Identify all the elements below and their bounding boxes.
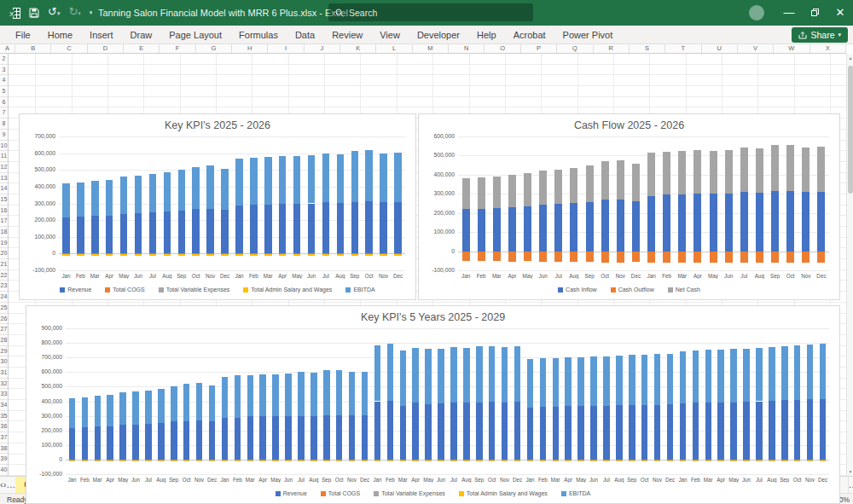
- restore-button[interactable]: [802, 0, 827, 26]
- column-header[interactable]: R: [594, 44, 630, 53]
- row-header[interactable]: 9: [0, 130, 8, 141]
- ribbon-tab-developer[interactable]: Developer: [409, 26, 468, 44]
- row-header[interactable]: 10: [0, 141, 8, 152]
- row-header[interactable]: 19: [0, 238, 8, 249]
- row-header[interactable]: 2: [0, 54, 8, 65]
- column-header[interactable]: D: [88, 44, 124, 53]
- row-header[interactable]: 23: [0, 281, 8, 292]
- row-header[interactable]: 39: [0, 454, 8, 465]
- row-header[interactable]: 7: [0, 107, 8, 119]
- row-header[interactable]: 37: [0, 432, 8, 443]
- search-input[interactable]: Search: [328, 3, 533, 21]
- row-header[interactable]: 26: [0, 314, 8, 325]
- column-header[interactable]: F: [160, 44, 195, 53]
- ribbon-tab-formulas[interactable]: Formulas: [230, 26, 287, 44]
- row-header[interactable]: 14: [0, 183, 8, 194]
- row-header[interactable]: 3: [0, 65, 8, 76]
- redo-icon[interactable]: ↻▾: [68, 0, 80, 26]
- customize-toolbar-icon[interactable]: ▾: [90, 0, 93, 26]
- ribbon-tab-review[interactable]: Review: [323, 26, 371, 44]
- ribbon-tab-acrobat[interactable]: Acrobat: [505, 26, 554, 44]
- row-header[interactable]: 16: [0, 206, 8, 217]
- ribbon-tab-view[interactable]: View: [371, 26, 409, 44]
- ribbon-tab-data[interactable]: Data: [287, 26, 323, 44]
- row-header[interactable]: 18: [0, 227, 8, 238]
- row-header[interactable]: 30: [0, 356, 8, 368]
- vertical-scrollbar-thumb[interactable]: [848, 66, 853, 194]
- row-header[interactable]: 22: [0, 270, 8, 281]
- row-header[interactable]: 4: [0, 75, 8, 86]
- account-avatar[interactable]: [749, 5, 764, 20]
- row-header[interactable]: 27: [0, 324, 8, 335]
- ribbon-tab-power-pivot[interactable]: Power Pivot: [554, 26, 622, 44]
- column-header[interactable]: T: [665, 44, 701, 53]
- row-header[interactable]: 20: [0, 248, 8, 259]
- legend-marker: [321, 491, 326, 496]
- scroll-down-icon[interactable]: ▼: [847, 469, 853, 474]
- tab-list-more-icon[interactable]: …: [6, 477, 15, 493]
- column-header[interactable]: H: [232, 44, 268, 53]
- column-header[interactable]: B: [15, 44, 51, 53]
- row-header[interactable]: 12: [0, 162, 8, 173]
- column-header[interactable]: I: [268, 44, 304, 53]
- row-header[interactable]: 34: [0, 400, 8, 411]
- row-header[interactable]: 17: [0, 216, 8, 227]
- column-header[interactable]: S: [630, 44, 665, 53]
- ribbon-tab-help[interactable]: Help: [468, 26, 505, 44]
- column-header[interactable]: K: [340, 44, 376, 53]
- row-header[interactable]: 28: [0, 335, 8, 346]
- chart-key-kpis-5-years-2025-2029[interactable]: Key KPI's 5 Years 2025 - 2029900,000800,…: [26, 305, 840, 504]
- column-header[interactable]: A: [0, 44, 15, 53]
- ribbon-tab-home[interactable]: Home: [39, 26, 81, 44]
- column-header[interactable]: L: [376, 44, 412, 53]
- row-header[interactable]: 11: [0, 151, 8, 162]
- save-icon[interactable]: [29, 8, 39, 18]
- minimize-button[interactable]: —: [776, 0, 802, 26]
- column-header[interactable]: C: [51, 44, 87, 53]
- vertical-scrollbar[interactable]: ▲ ▼: [846, 54, 853, 476]
- column-header[interactable]: O: [485, 44, 520, 53]
- column-header[interactable]: V: [738, 44, 774, 53]
- row-header[interactable]: 38: [0, 443, 8, 455]
- column-header[interactable]: M: [413, 44, 449, 53]
- row-header[interactable]: 31: [0, 368, 8, 379]
- row-header[interactable]: 40: [0, 465, 8, 476]
- row-header[interactable]: 6: [0, 97, 8, 108]
- row-header[interactable]: 24: [0, 292, 8, 303]
- row-header[interactable]: 5: [0, 86, 8, 97]
- row-header[interactable]: 21: [0, 259, 8, 270]
- chart-key-kpis-2025-2026[interactable]: Key KPI's 2025 - 2026700,000600,000500,0…: [19, 113, 416, 300]
- row-header[interactable]: 33: [0, 389, 8, 400]
- row-header[interactable]: 13: [0, 173, 8, 184]
- column-header[interactable]: Q: [557, 44, 593, 53]
- worksheet-grid[interactable]: 2345678910111213141516171819202122232425…: [0, 54, 846, 476]
- column-header[interactable]: G: [196, 44, 232, 53]
- column-header[interactable]: X: [810, 44, 846, 53]
- ribbon-tab-insert[interactable]: Insert: [81, 26, 122, 44]
- column-header[interactable]: E: [124, 44, 160, 53]
- excel-app-icon[interactable]: X: [9, 8, 20, 19]
- ribbon-tab-draw[interactable]: Draw: [122, 26, 161, 44]
- x-axis-label: Jun: [130, 477, 142, 483]
- ribbon-tab-page-layout[interactable]: Page Layout: [160, 26, 230, 44]
- sheet-more-icon[interactable]: …: [849, 477, 853, 493]
- scroll-up-icon[interactable]: ▲: [847, 55, 853, 61]
- undo-icon[interactable]: ↺▾: [48, 0, 60, 26]
- row-header[interactable]: 36: [0, 421, 8, 432]
- close-button[interactable]: ✕: [827, 0, 853, 26]
- ribbon-tab-file[interactable]: File: [7, 26, 39, 44]
- share-button[interactable]: Share ▾: [792, 27, 848, 43]
- chart-gridline: [66, 402, 829, 403]
- row-header[interactable]: 29: [0, 346, 8, 357]
- column-header[interactable]: P: [521, 44, 557, 53]
- column-header[interactable]: N: [449, 44, 485, 53]
- column-header[interactable]: J: [305, 44, 340, 53]
- row-header[interactable]: 32: [0, 379, 8, 390]
- chart-cash-flow-2025-2026[interactable]: Cash Flow 2025 - 2026600,000500,000400,0…: [418, 113, 840, 300]
- row-header[interactable]: 15: [0, 194, 8, 206]
- row-header[interactable]: 8: [0, 119, 8, 130]
- row-header[interactable]: 35: [0, 411, 8, 422]
- column-header[interactable]: U: [702, 44, 738, 53]
- row-header[interactable]: 25: [0, 303, 8, 314]
- column-header[interactable]: W: [774, 44, 809, 53]
